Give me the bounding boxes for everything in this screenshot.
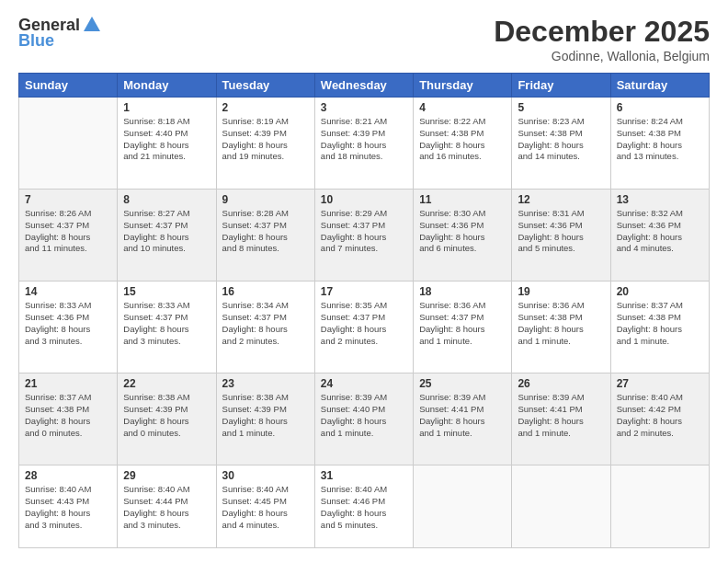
day-info: Sunrise: 8:36 AM Sunset: 4:38 PM Dayligh…	[518, 300, 604, 347]
day-info: Sunrise: 8:40 AM Sunset: 4:42 PM Dayligh…	[617, 392, 703, 439]
table-row: 3Sunrise: 8:21 AM Sunset: 4:39 PM Daylig…	[314, 98, 413, 190]
day-number: 30	[222, 469, 309, 482]
day-number: 13	[617, 193, 703, 206]
day-info: Sunrise: 8:22 AM Sunset: 4:38 PM Dayligh…	[419, 116, 506, 163]
day-info: Sunrise: 8:40 AM Sunset: 4:43 PM Dayligh…	[25, 484, 111, 531]
table-row: 12Sunrise: 8:31 AM Sunset: 4:36 PM Dayli…	[512, 190, 610, 282]
table-row: 13Sunrise: 8:32 AM Sunset: 4:36 PM Dayli…	[610, 190, 709, 282]
day-info: Sunrise: 8:27 AM Sunset: 4:37 PM Dayligh…	[123, 208, 210, 255]
day-info: Sunrise: 8:34 AM Sunset: 4:37 PM Dayligh…	[222, 300, 309, 347]
header-thursday: Thursday	[414, 74, 512, 98]
day-info: Sunrise: 8:26 AM Sunset: 4:37 PM Dayligh…	[25, 208, 111, 255]
day-number: 11	[419, 193, 506, 206]
day-number: 15	[123, 285, 210, 298]
table-row: 15Sunrise: 8:33 AM Sunset: 4:37 PM Dayli…	[118, 282, 216, 373]
calendar-week-row: 1Sunrise: 8:18 AM Sunset: 4:40 PM Daylig…	[19, 98, 710, 190]
day-number: 8	[123, 193, 210, 206]
day-info: Sunrise: 8:23 AM Sunset: 4:38 PM Dayligh…	[518, 116, 604, 163]
table-row: 7Sunrise: 8:26 AM Sunset: 4:37 PM Daylig…	[19, 190, 118, 282]
table-row: 20Sunrise: 8:37 AM Sunset: 4:38 PM Dayli…	[610, 282, 709, 373]
day-info: Sunrise: 8:19 AM Sunset: 4:39 PM Dayligh…	[222, 116, 309, 163]
calendar-table: Sunday Monday Tuesday Wednesday Thursday…	[18, 73, 710, 548]
day-info: Sunrise: 8:24 AM Sunset: 4:38 PM Dayligh…	[617, 116, 703, 163]
table-row: 31Sunrise: 8:40 AM Sunset: 4:46 PM Dayli…	[314, 465, 413, 548]
header-tuesday: Tuesday	[216, 74, 314, 98]
day-info: Sunrise: 8:37 AM Sunset: 4:38 PM Dayligh…	[617, 300, 703, 347]
table-row: 25Sunrise: 8:39 AM Sunset: 4:41 PM Dayli…	[414, 373, 512, 465]
table-row	[414, 465, 512, 548]
table-row	[19, 98, 118, 190]
table-row: 26Sunrise: 8:39 AM Sunset: 4:41 PM Dayli…	[512, 373, 610, 465]
table-row: 18Sunrise: 8:36 AM Sunset: 4:37 PM Dayli…	[414, 282, 512, 373]
day-info: Sunrise: 8:31 AM Sunset: 4:36 PM Dayligh…	[518, 208, 604, 255]
day-number: 21	[25, 377, 111, 390]
table-row: 10Sunrise: 8:29 AM Sunset: 4:37 PM Dayli…	[314, 190, 413, 282]
table-row: 6Sunrise: 8:24 AM Sunset: 4:38 PM Daylig…	[610, 98, 709, 190]
day-number: 29	[123, 469, 210, 482]
location: Godinne, Wallonia, Belgium	[494, 49, 710, 63]
header-friday: Friday	[512, 74, 610, 98]
table-row: 24Sunrise: 8:39 AM Sunset: 4:40 PM Dayli…	[314, 373, 413, 465]
header-wednesday: Wednesday	[314, 74, 413, 98]
logo-icon	[82, 15, 102, 35]
table-row: 2Sunrise: 8:19 AM Sunset: 4:39 PM Daylig…	[216, 98, 314, 190]
table-row: 30Sunrise: 8:40 AM Sunset: 4:45 PM Dayli…	[216, 465, 314, 548]
table-row: 14Sunrise: 8:33 AM Sunset: 4:36 PM Dayli…	[19, 282, 118, 373]
table-row: 17Sunrise: 8:35 AM Sunset: 4:37 PM Dayli…	[314, 282, 413, 373]
table-row: 29Sunrise: 8:40 AM Sunset: 4:44 PM Dayli…	[118, 465, 216, 548]
day-number: 2	[222, 101, 309, 114]
day-info: Sunrise: 8:33 AM Sunset: 4:37 PM Dayligh…	[123, 300, 210, 347]
weekday-header-row: Sunday Monday Tuesday Wednesday Thursday…	[19, 74, 710, 98]
day-info: Sunrise: 8:36 AM Sunset: 4:37 PM Dayligh…	[419, 300, 506, 347]
svg-marker-0	[84, 17, 100, 31]
day-number: 24	[321, 377, 407, 390]
header-sunday: Sunday	[19, 74, 118, 98]
table-row: 23Sunrise: 8:38 AM Sunset: 4:39 PM Dayli…	[216, 373, 314, 465]
day-info: Sunrise: 8:39 AM Sunset: 4:40 PM Dayligh…	[321, 392, 407, 439]
day-info: Sunrise: 8:38 AM Sunset: 4:39 PM Dayligh…	[123, 392, 210, 439]
table-row: 8Sunrise: 8:27 AM Sunset: 4:37 PM Daylig…	[118, 190, 216, 282]
day-number: 6	[617, 101, 703, 114]
table-row: 19Sunrise: 8:36 AM Sunset: 4:38 PM Dayli…	[512, 282, 610, 373]
day-number: 7	[25, 193, 111, 206]
day-number: 12	[518, 193, 604, 206]
day-info: Sunrise: 8:29 AM Sunset: 4:37 PM Dayligh…	[321, 208, 407, 255]
logo-blue: Blue	[18, 31, 54, 51]
day-number: 17	[321, 285, 407, 298]
logo: General Blue	[18, 15, 102, 51]
day-number: 4	[419, 101, 506, 114]
header-monday: Monday	[118, 74, 216, 98]
day-number: 23	[222, 377, 309, 390]
day-info: Sunrise: 8:18 AM Sunset: 4:40 PM Dayligh…	[123, 116, 210, 163]
day-info: Sunrise: 8:39 AM Sunset: 4:41 PM Dayligh…	[419, 392, 506, 439]
day-info: Sunrise: 8:39 AM Sunset: 4:41 PM Dayligh…	[518, 392, 604, 439]
day-number: 16	[222, 285, 309, 298]
day-number: 25	[419, 377, 506, 390]
day-number: 22	[123, 377, 210, 390]
table-row: 11Sunrise: 8:30 AM Sunset: 4:36 PM Dayli…	[414, 190, 512, 282]
day-info: Sunrise: 8:40 AM Sunset: 4:46 PM Dayligh…	[321, 484, 407, 531]
table-row: 27Sunrise: 8:40 AM Sunset: 4:42 PM Dayli…	[610, 373, 709, 465]
table-row: 21Sunrise: 8:37 AM Sunset: 4:38 PM Dayli…	[19, 373, 118, 465]
table-row: 28Sunrise: 8:40 AM Sunset: 4:43 PM Dayli…	[19, 465, 118, 548]
day-info: Sunrise: 8:40 AM Sunset: 4:45 PM Dayligh…	[222, 484, 309, 531]
day-info: Sunrise: 8:33 AM Sunset: 4:36 PM Dayligh…	[25, 300, 111, 347]
table-row: 1Sunrise: 8:18 AM Sunset: 4:40 PM Daylig…	[118, 98, 216, 190]
day-number: 14	[25, 285, 111, 298]
table-row	[512, 465, 610, 548]
table-row: 16Sunrise: 8:34 AM Sunset: 4:37 PM Dayli…	[216, 282, 314, 373]
day-number: 19	[518, 285, 604, 298]
day-info: Sunrise: 8:32 AM Sunset: 4:36 PM Dayligh…	[617, 208, 703, 255]
day-info: Sunrise: 8:28 AM Sunset: 4:37 PM Dayligh…	[222, 208, 309, 255]
table-row: 5Sunrise: 8:23 AM Sunset: 4:38 PM Daylig…	[512, 98, 610, 190]
day-number: 1	[123, 101, 210, 114]
day-number: 31	[321, 469, 407, 482]
day-number: 26	[518, 377, 604, 390]
day-number: 18	[419, 285, 506, 298]
day-info: Sunrise: 8:38 AM Sunset: 4:39 PM Dayligh…	[222, 392, 309, 439]
day-info: Sunrise: 8:30 AM Sunset: 4:36 PM Dayligh…	[419, 208, 506, 255]
header-saturday: Saturday	[610, 74, 709, 98]
title-area: December 2025 Godinne, Wallonia, Belgium	[494, 15, 710, 63]
calendar-week-row: 7Sunrise: 8:26 AM Sunset: 4:37 PM Daylig…	[19, 190, 710, 282]
table-row: 22Sunrise: 8:38 AM Sunset: 4:39 PM Dayli…	[118, 373, 216, 465]
